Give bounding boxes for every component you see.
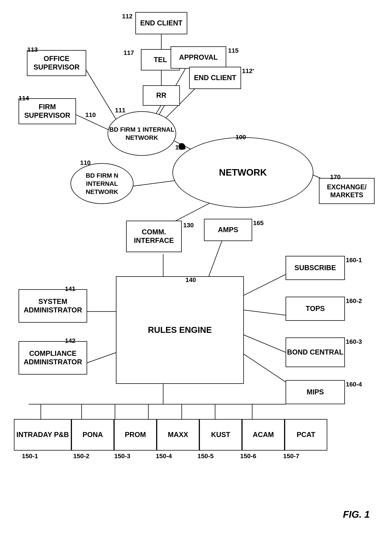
prom-box: PROM [114, 419, 157, 451]
ref-150-3: 150-3 [114, 452, 130, 460]
ref-117: 117 [123, 49, 134, 56]
svg-line-14 [241, 274, 286, 297]
rr-box: RR [143, 85, 180, 106]
ref-141: 141 [65, 285, 75, 292]
svg-line-16 [241, 334, 286, 352]
ref-150-7: 150-7 [283, 452, 299, 460]
comm-interface-box: COMM. INTERFACE [126, 221, 182, 252]
network-ellipse: NETWORK [172, 137, 313, 208]
ref-115: 115 [228, 47, 239, 54]
kust-box: KUST [199, 419, 242, 451]
ref-150-2: 150-2 [73, 452, 89, 460]
ref-100: 100 [236, 133, 246, 141]
ref-160-3: 160-3 [346, 338, 362, 345]
ref-150-6: 150-6 [240, 452, 256, 460]
intraday-box: INTRADAY P&B [14, 419, 71, 451]
ref-160-2: 160-2 [346, 297, 362, 304]
ref-113: 113 [27, 46, 38, 53]
ref-112prime: 112' [242, 67, 254, 74]
ref-142: 142 [65, 337, 75, 344]
ref-165: 165 [253, 219, 264, 227]
svg-line-17 [241, 352, 286, 382]
acam-box: ACAM [242, 419, 285, 451]
ref-110-top: 110 [85, 111, 96, 118]
ref-116: 116 [175, 144, 186, 151]
tops-box: TOPS [286, 297, 345, 321]
ref-130: 130 [183, 221, 194, 229]
mips-box: MIPS [286, 380, 345, 404]
amps-box: AMPS [204, 219, 252, 241]
exchange-markets-box: EXCHANGE/ MARKETS [319, 178, 375, 204]
ref-160-1: 160-1 [346, 256, 362, 264]
svg-line-15 [241, 310, 286, 315]
figure-caption: FIG. 1 [343, 509, 370, 520]
compliance-admin-box: COMPLIANCE ADMINISTRATOR [18, 341, 87, 375]
ref-140: 140 [185, 276, 196, 284]
svg-line-19 [85, 352, 117, 363]
pona-box: PONA [71, 419, 114, 451]
end-client2-box: END CLIENT [189, 67, 241, 89]
bd-firmn-ellipse: BD FIRM N INTERNAL NETWORK [70, 163, 133, 204]
system-admin-box: SYSTEM ADMINISTRATOR [18, 289, 87, 323]
ref-111: 111 [115, 106, 126, 114]
ref-114: 114 [18, 95, 29, 102]
ref-112: 112 [122, 13, 133, 20]
pcat-box: PCAT [285, 419, 327, 451]
subscribe-box: SUBSCRIBE [286, 256, 345, 280]
ref-150-1: 150-1 [22, 452, 38, 460]
ref-170: 170 [330, 173, 341, 180]
ref-150-4: 150-4 [156, 452, 172, 460]
ref-160-4: 160-4 [346, 381, 362, 388]
end-client-top-box: END CLIENT [135, 12, 187, 34]
firm-supervisor-box: FIRM SUPERVISOR [18, 98, 76, 124]
approval-box: APPROVAL [171, 46, 226, 69]
rules-engine-box: RULES ENGINE [116, 276, 244, 384]
ref-150-5: 150-5 [197, 452, 214, 460]
bond-central-box: BOND CENTRAL [286, 337, 345, 367]
bd-firm1-ellipse: BD FIRM 1 INTERNAL NETWORK [107, 111, 176, 156]
ref-110-firmn: 110 [80, 159, 91, 166]
diagram: END CLIENT 112 TEL 117 RR APPROVAL 115 E… [0, 0, 392, 557]
office-supervisor-box: OFFICE SUPERVISOR [27, 50, 86, 76]
maxx-box: MAXX [157, 419, 199, 451]
